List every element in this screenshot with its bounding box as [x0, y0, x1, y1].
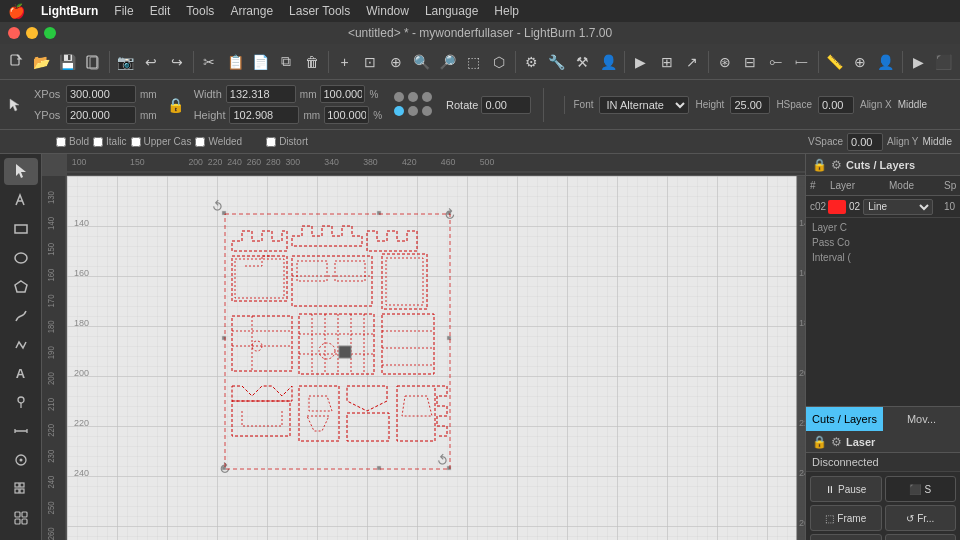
- layer-mode-select-c02[interactable]: Line Fill Offset Fill: [863, 199, 933, 215]
- upper-checkbox[interactable]: [131, 137, 141, 147]
- dot-tl[interactable]: [394, 92, 404, 102]
- stop-button[interactable]: ⬛ S: [885, 476, 957, 502]
- menu-laser-tools[interactable]: Laser Tools: [289, 4, 350, 18]
- ruler-tool-button[interactable]: [4, 418, 38, 445]
- dot-mr[interactable]: [422, 106, 432, 116]
- bezier-tool-button[interactable]: [4, 331, 38, 358]
- menu-tools[interactable]: Tools: [186, 4, 214, 18]
- dot-mc[interactable]: [408, 106, 418, 116]
- zoom-in-button[interactable]: 🔍: [410, 48, 434, 76]
- menu-file[interactable]: File: [114, 4, 133, 18]
- frame-select-button[interactable]: ⬚: [461, 48, 485, 76]
- layer-button[interactable]: ⊕: [848, 48, 872, 76]
- height-input[interactable]: [229, 106, 299, 124]
- menu-language[interactable]: Language: [425, 4, 478, 18]
- line-tool-button[interactable]: [4, 302, 38, 329]
- align3-button[interactable]: ⟜: [764, 48, 788, 76]
- camera-button[interactable]: 📷: [114, 48, 138, 76]
- frame2-button[interactable]: ↺ Fr...: [885, 505, 957, 531]
- zoom-out-button[interactable]: 🔎: [436, 48, 460, 76]
- measure-button[interactable]: 📏: [823, 48, 847, 76]
- redo-button[interactable]: ↪: [165, 48, 189, 76]
- edit-nodes-button[interactable]: [4, 187, 38, 214]
- position-dot-grid[interactable]: [394, 92, 434, 118]
- save-all-button[interactable]: [81, 48, 105, 76]
- ellipse-tool-button[interactable]: [4, 245, 38, 272]
- lock-icon[interactable]: 🔒: [167, 97, 184, 113]
- align2-button[interactable]: ⊟: [739, 48, 763, 76]
- minimize-button[interactable]: [26, 27, 38, 39]
- square-array-button[interactable]: [4, 475, 38, 502]
- save-button[interactable]: 💾: [55, 48, 79, 76]
- rectangle-tool-button[interactable]: [4, 216, 38, 243]
- move-tab[interactable]: Mov...: [883, 407, 960, 431]
- laser-panel-settings-icon[interactable]: ⚙: [831, 435, 842, 449]
- close-button[interactable]: [8, 27, 20, 39]
- text-tool-button[interactable]: A: [4, 360, 38, 387]
- tools2-button[interactable]: ⚒: [571, 48, 595, 76]
- apps-tool-button[interactable]: [4, 533, 38, 540]
- settings-button[interactable]: ⚙: [519, 48, 543, 76]
- laser-panel-lock-icon[interactable]: 🔒: [812, 435, 827, 449]
- rotate-input[interactable]: [481, 96, 531, 114]
- menu-arrange[interactable]: Arrange: [230, 4, 273, 18]
- go-origin-button[interactable]: Go to Ori...: [885, 534, 957, 540]
- layer-color-c02[interactable]: [828, 200, 846, 214]
- home-button[interactable]: ⌂ Home: [810, 534, 882, 540]
- ypos-input[interactable]: [66, 106, 136, 124]
- frame-button[interactable]: ⬚ Frame: [810, 505, 882, 531]
- work-canvas[interactable]: ↺ ↻ ↻ ↺: [67, 176, 805, 540]
- maximize-button[interactable]: [44, 27, 56, 39]
- apple-menu[interactable]: 🍎: [8, 3, 25, 19]
- honeycomb-tool-button[interactable]: [4, 504, 38, 531]
- clone-button[interactable]: ⧉: [275, 48, 299, 76]
- align4-button[interactable]: ⟝: [790, 48, 814, 76]
- zoom-fit-button[interactable]: ⊡: [358, 48, 382, 76]
- new-button[interactable]: [4, 48, 28, 76]
- width-pct-input[interactable]: [320, 85, 365, 103]
- cuts-layers-tab[interactable]: Cuts / Layers: [806, 407, 883, 431]
- person-button[interactable]: 👤: [874, 48, 898, 76]
- user-button[interactable]: 👤: [597, 48, 621, 76]
- output-button[interactable]: ⬡: [487, 48, 511, 76]
- welded-checkbox[interactable]: [195, 137, 205, 147]
- array-button[interactable]: ⊞: [655, 48, 679, 76]
- pin-tool-button[interactable]: [4, 389, 38, 416]
- open-button[interactable]: 📂: [30, 48, 54, 76]
- height-pct-input[interactable]: [324, 106, 369, 124]
- select-tool-button[interactable]: [4, 158, 38, 185]
- font-select[interactable]: IN Alternate: [599, 96, 689, 114]
- distort-checkbox[interactable]: [266, 137, 276, 147]
- paste-button[interactable]: 📄: [249, 48, 273, 76]
- polygon-tool-button[interactable]: [4, 273, 38, 300]
- xpos-input[interactable]: [66, 85, 136, 103]
- dot-ml[interactable]: [394, 106, 404, 116]
- copy-button[interactable]: 📋: [223, 48, 247, 76]
- run-button[interactable]: ▶: [906, 48, 930, 76]
- send-button[interactable]: ▶: [629, 48, 653, 76]
- preferences-button[interactable]: 🔧: [545, 48, 569, 76]
- menu-edit[interactable]: Edit: [150, 4, 171, 18]
- bold-checkbox[interactable]: [56, 137, 66, 147]
- circle-tool-button[interactable]: [4, 447, 38, 474]
- dot-tr[interactable]: [422, 92, 432, 102]
- canvas-area[interactable]: 100 150 200 220 240 260 280 300 340 380 …: [42, 154, 805, 540]
- stop-button[interactable]: ⬛: [932, 48, 956, 76]
- align1-button[interactable]: ⊛: [713, 48, 737, 76]
- group-button[interactable]: +: [333, 48, 357, 76]
- cut-button[interactable]: ✂: [198, 48, 222, 76]
- layer-row-c02[interactable]: c02 02 Line Fill Offset Fill 10: [806, 196, 960, 218]
- zoom-select-button[interactable]: ⊕: [384, 48, 408, 76]
- cuts-panel-lock-icon[interactable]: 🔒: [812, 158, 827, 172]
- vspace-input[interactable]: [847, 133, 883, 151]
- hspace-input[interactable]: [818, 96, 854, 114]
- canvas-svg[interactable]: ↺ ↻ ↻ ↺: [67, 176, 805, 540]
- pause-button[interactable]: ⏸ Pause: [810, 476, 882, 502]
- path-button[interactable]: ↗: [680, 48, 704, 76]
- width-input[interactable]: [226, 85, 296, 103]
- font-height-input[interactable]: [730, 96, 770, 114]
- menu-window[interactable]: Window: [366, 4, 409, 18]
- dot-tc[interactable]: [408, 92, 418, 102]
- undo-button[interactable]: ↩: [139, 48, 163, 76]
- menu-help[interactable]: Help: [494, 4, 519, 18]
